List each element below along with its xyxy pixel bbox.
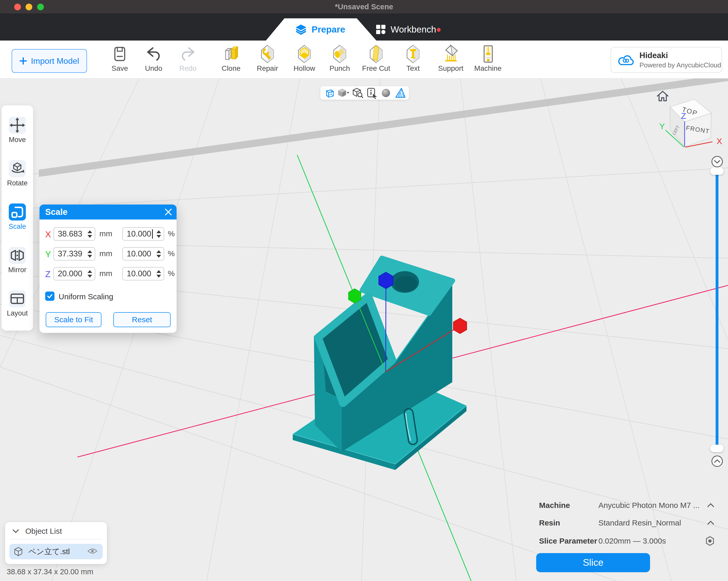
resin-row[interactable]: Resin Standard Resin_Normal xyxy=(539,519,714,527)
clone-button[interactable]: Clone xyxy=(214,44,248,73)
text-icon xyxy=(403,44,423,64)
y-mm-spinner[interactable] xyxy=(87,248,92,260)
clone-icon xyxy=(221,44,241,64)
undo-button[interactable]: Undo xyxy=(136,44,171,73)
visibility-toggle[interactable] xyxy=(87,548,103,556)
account-name: Hideaki xyxy=(640,51,721,60)
wireframe-box-icon[interactable] xyxy=(323,87,335,99)
z-percent-spinner[interactable] xyxy=(156,268,161,280)
object-list-title: Object List xyxy=(25,527,62,535)
sidebar-item-mirror[interactable]: Mirror xyxy=(2,247,33,274)
slider-collapse-bottom-button[interactable] xyxy=(711,455,723,467)
chevron-up-icon xyxy=(714,459,721,463)
close-icon xyxy=(164,208,172,216)
tab-prepare[interactable]: Prepare xyxy=(263,18,377,41)
account-subtitle: Powered by AnycubicCloud xyxy=(640,61,721,69)
window-title: *Unsaved Scene xyxy=(0,0,728,14)
object-list-header[interactable]: Object List xyxy=(12,527,62,535)
uniform-scaling-label: Uniform Scaling xyxy=(59,292,113,301)
sidebar-item-move[interactable]: Move xyxy=(2,117,33,144)
y-percent-input[interactable]: 10.000 xyxy=(122,247,164,260)
clip-slider-track[interactable] xyxy=(716,172,719,448)
check-icon xyxy=(47,293,53,299)
object-list-item[interactable]: ペン立て.stl xyxy=(9,544,103,559)
machine-row[interactable]: Machine Anycubic Photon Mono M7 ... xyxy=(539,501,714,510)
x-mm-spinner[interactable] xyxy=(87,228,92,240)
viewport-toolbar xyxy=(320,86,409,100)
repair-button[interactable]: Repair xyxy=(251,44,285,73)
support-button[interactable]: Support xyxy=(434,44,468,73)
select-info-icon[interactable] xyxy=(366,87,378,99)
save-icon xyxy=(110,44,130,64)
free-cut-button[interactable]: Free Cut xyxy=(359,44,393,73)
machine-value: Anycubic Photon Mono M7 ... xyxy=(598,501,707,510)
uniform-scaling-checkbox[interactable] xyxy=(45,292,54,301)
tab-workbench-label: Workbench xyxy=(391,24,436,34)
import-model-button[interactable]: Import Model xyxy=(11,49,87,73)
resin-value: Standard Resin_Normal xyxy=(598,519,707,527)
chevron-up-icon[interactable] xyxy=(707,520,714,526)
chevron-down-icon xyxy=(714,159,721,164)
punch-icon xyxy=(330,44,349,64)
x-percent-spinner[interactable] xyxy=(156,228,161,240)
layout-icon xyxy=(9,290,26,307)
rotate-icon xyxy=(9,160,26,177)
scale-dialog-header[interactable]: Scale xyxy=(40,204,177,220)
scale-to-fit-button[interactable]: Scale to Fit xyxy=(46,312,101,327)
hollow-button[interactable]: Hollow xyxy=(287,44,321,73)
save-button[interactable]: Save xyxy=(103,44,137,73)
eye-icon xyxy=(87,548,98,555)
divider xyxy=(9,539,103,539)
slider-collapse-top-button[interactable] xyxy=(711,156,723,167)
cube-icon xyxy=(14,547,23,556)
sidebar-item-rotate[interactable]: Rotate xyxy=(2,160,33,187)
scale-icon xyxy=(9,204,26,220)
x-axis-label: X xyxy=(45,229,54,239)
close-dialog-button[interactable] xyxy=(164,208,173,216)
sidebar-item-scale[interactable]: Scale xyxy=(2,203,33,231)
titlebar[interactable]: *Unsaved Scene xyxy=(0,0,728,14)
undo-icon xyxy=(144,44,163,64)
slice-button[interactable]: Slice xyxy=(536,553,650,572)
axis-y-label: Y xyxy=(659,122,665,131)
punch-button[interactable]: Punch xyxy=(323,44,357,73)
machine-button[interactable]: Machine xyxy=(471,44,505,73)
plus-icon xyxy=(20,57,27,65)
x-percent-input[interactable]: 10.000 xyxy=(122,227,164,241)
slice-parameter-row[interactable]: Slice Parameter 0.020mm — 3.000s xyxy=(539,536,714,546)
chevron-up-icon[interactable] xyxy=(707,503,714,508)
scale-dialog-title: Scale xyxy=(45,204,68,220)
object-name: ペン立て.stl xyxy=(28,547,82,557)
text-caret xyxy=(152,229,153,238)
mirror-icon xyxy=(9,247,26,263)
z-mm-input[interactable]: 20.000 xyxy=(53,267,95,280)
slice-view-icon[interactable] xyxy=(394,87,406,99)
redo-icon xyxy=(178,44,198,64)
tab-prepare-label: Prepare xyxy=(312,24,345,34)
material-sphere-icon[interactable] xyxy=(380,87,392,99)
axis-z-label: Z xyxy=(681,111,686,121)
prepare-layers-icon xyxy=(295,24,307,35)
x-mm-input[interactable]: 38.683 xyxy=(53,227,95,241)
clip-slider-handle-bottom[interactable] xyxy=(710,445,724,452)
account-card[interactable]: Hideaki Powered by AnycubicCloud xyxy=(610,47,722,73)
main-toolbar: Import Model Save Undo Redo xyxy=(0,41,728,78)
zoom-model-icon[interactable] xyxy=(352,87,364,99)
clip-slider-handle-top[interactable] xyxy=(710,167,724,175)
y-axis-label: Y xyxy=(45,249,54,259)
reset-button[interactable]: Reset xyxy=(113,312,171,327)
y-mm-input[interactable]: 37.339 xyxy=(53,247,95,260)
anycubic-cloud-icon xyxy=(617,53,634,67)
tab-workbench[interactable]: Workbench xyxy=(375,18,436,41)
shaded-box-icon[interactable] xyxy=(337,87,349,99)
view-cube[interactable]: TOP FRONT LEFT X Y Z xyxy=(651,91,728,160)
sidebar-item-layout[interactable]: Layout xyxy=(2,290,33,318)
notification-dot xyxy=(437,28,441,32)
z-mm-spinner[interactable] xyxy=(87,268,92,280)
redo-button[interactable]: Redo xyxy=(171,44,205,73)
y-percent-spinner[interactable] xyxy=(156,248,161,260)
text-button[interactable]: Text xyxy=(396,44,430,73)
slice-settings-icon[interactable] xyxy=(705,536,714,546)
object-list-panel: Object List ペン立て.stl xyxy=(5,522,107,564)
z-percent-input[interactable]: 10.000 xyxy=(122,267,164,280)
